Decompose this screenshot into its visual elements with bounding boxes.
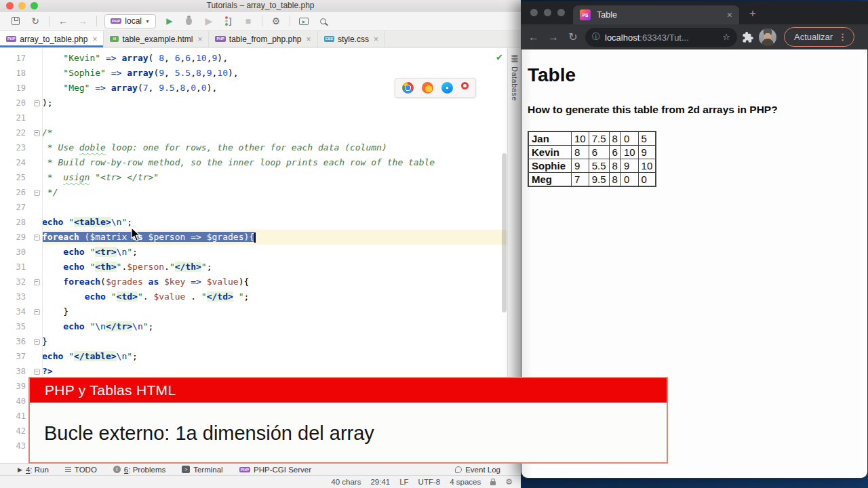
url-host: localhost bbox=[605, 33, 639, 43]
back-button[interactable]: ← bbox=[57, 15, 69, 27]
save-button[interactable] bbox=[9, 15, 22, 27]
browser-tab-title: Table bbox=[597, 10, 721, 20]
fold-marker-icon[interactable] bbox=[31, 230, 42, 245]
close-window-button[interactable] bbox=[530, 9, 538, 16]
text-selection: foreach ($matrix as $person => $grades){ bbox=[42, 232, 254, 242]
lock-icon[interactable] bbox=[490, 481, 496, 485]
grade-cell: 5 bbox=[638, 131, 656, 146]
fold-gutter bbox=[31, 81, 42, 96]
line-number: 35 bbox=[0, 319, 31, 334]
status-item[interactable]: 4 spaces bbox=[450, 478, 481, 486]
fold-marker-icon[interactable] bbox=[31, 96, 42, 110]
file-type-icon: CSS bbox=[324, 36, 334, 43]
stop-icon: ■ bbox=[245, 16, 251, 26]
status-item[interactable]: UTF-8 bbox=[418, 478, 441, 486]
run-config-dropdown[interactable]: PHP local ▼ bbox=[104, 14, 156, 28]
code-line-20: 20); bbox=[0, 96, 507, 110]
settings-wrench-button[interactable]: ⚙ bbox=[270, 15, 282, 27]
code-text: echo "\n</tr>\n"; bbox=[42, 319, 507, 334]
close-icon[interactable]: × bbox=[92, 35, 97, 44]
address-bar[interactable]: ⓘ localhost:63343/Tut... ☆ bbox=[585, 28, 737, 47]
close-icon[interactable]: × bbox=[727, 9, 732, 20]
todo-list-icon bbox=[65, 467, 71, 468]
status-item[interactable]: 40 chars bbox=[331, 478, 361, 486]
browser-back-button[interactable]: ← bbox=[526, 31, 541, 43]
grade-cell: 0 bbox=[620, 173, 638, 187]
php-icon: PHP bbox=[239, 467, 250, 472]
scrollbar-thumb[interactable] bbox=[502, 153, 507, 312]
reload-page-button[interactable]: Actualizar ⋮ bbox=[784, 27, 854, 47]
browser-reload-button[interactable]: ↻ bbox=[566, 30, 580, 43]
line-number: 24 bbox=[0, 155, 31, 170]
toolwindow-terminal[interactable]: >Terminal bbox=[182, 466, 222, 474]
run-console-button[interactable]: ▶ bbox=[298, 15, 310, 27]
firefox-icon[interactable] bbox=[422, 82, 433, 94]
code-line-30: 30 echo "<tr>\n"; bbox=[0, 245, 507, 260]
tab-array_to_table.php[interactable]: PHParray_to_table.php× bbox=[0, 31, 104, 47]
debug-button[interactable] bbox=[183, 15, 195, 27]
close-icon[interactable]: × bbox=[197, 35, 202, 44]
maximize-window-button[interactable] bbox=[557, 9, 565, 16]
tab-table_example.html[interactable]: Htable_example.html× bbox=[104, 31, 209, 47]
browser-tab[interactable]: PS Table × bbox=[573, 5, 739, 24]
fold-marker-icon[interactable] bbox=[31, 185, 42, 200]
fold-gutter bbox=[31, 155, 42, 170]
gear-icon[interactable]: ⚙ bbox=[505, 477, 513, 487]
caption-title: PHP y Tablas HTML bbox=[30, 378, 667, 403]
code-text: } bbox=[42, 334, 507, 349]
coverage-button[interactable]: ▶ bbox=[203, 15, 215, 27]
toolwindow-problems[interactable]: !6: Problems bbox=[113, 466, 165, 474]
site-info-icon[interactable]: ⓘ bbox=[592, 31, 600, 43]
opera-icon[interactable] bbox=[461, 82, 469, 89]
browser-menu-dots-icon[interactable]: ⋮ bbox=[838, 32, 847, 42]
code-line-27: 27 bbox=[0, 200, 507, 215]
status-item[interactable]: LF bbox=[399, 478, 408, 486]
close-icon[interactable]: × bbox=[374, 35, 378, 44]
toolwindow-run[interactable]: ▶4: Run bbox=[18, 466, 49, 474]
line-number: 32 bbox=[0, 274, 31, 289]
line-number: 31 bbox=[0, 260, 31, 274]
sync-button[interactable]: ↻ bbox=[29, 15, 41, 27]
line-number: 29 bbox=[0, 230, 31, 245]
event-log-button[interactable]: Event Log bbox=[455, 466, 500, 474]
traffic-dots-icon bbox=[225, 16, 228, 26]
run-button[interactable]: ▶ bbox=[163, 15, 176, 27]
bookmark-star-icon[interactable]: ☆ bbox=[722, 32, 730, 42]
line-number: 28 bbox=[0, 215, 31, 230]
grade-cell: 0 bbox=[620, 131, 638, 146]
toolwindow-label: TODO bbox=[75, 466, 97, 474]
profile-avatar[interactable] bbox=[759, 28, 776, 46]
search-everywhere-button[interactable] bbox=[317, 15, 330, 27]
fold-marker-icon[interactable] bbox=[31, 274, 42, 289]
fold-marker-icon[interactable] bbox=[31, 304, 42, 319]
forward-button[interactable]: → bbox=[77, 15, 89, 27]
fold-marker-icon[interactable] bbox=[31, 334, 42, 349]
status-item[interactable]: 29:41 bbox=[370, 478, 390, 486]
stop-button[interactable]: ■ bbox=[242, 15, 254, 27]
tab-style.css[interactable]: CSSstyle.css× bbox=[318, 31, 385, 47]
browser-picker-popup bbox=[395, 78, 476, 98]
row-header: Meg bbox=[528, 173, 572, 187]
text-caret bbox=[254, 232, 256, 243]
code-line-26: 26 */ bbox=[0, 185, 507, 200]
new-tab-button[interactable]: + bbox=[749, 7, 756, 19]
attach-debugger-button[interactable]: ] bbox=[222, 15, 235, 27]
code-text: "Kevin" => array( 8, 6,6,10,9), bbox=[42, 51, 507, 66]
event-log-label: Event Log bbox=[465, 466, 500, 474]
toolwindow-php-cgi-server[interactable]: PHPPHP-CGI Server bbox=[239, 466, 311, 474]
close-icon[interactable]: × bbox=[307, 35, 311, 44]
tab-table_from_php.php[interactable]: PHPtable_from_php.php× bbox=[209, 31, 317, 47]
chrome-icon[interactable] bbox=[402, 82, 414, 94]
line-number: 27 bbox=[0, 200, 31, 215]
fold-marker-icon[interactable] bbox=[31, 125, 42, 140]
extensions-puzzle-icon[interactable] bbox=[742, 31, 754, 43]
browser-forward-button[interactable]: → bbox=[546, 31, 561, 43]
page-question: How to generate this table from 2d array… bbox=[528, 104, 867, 116]
table-row: Jan107.5805 bbox=[528, 131, 656, 146]
fold-gutter bbox=[31, 260, 42, 274]
line-number: 36 bbox=[0, 334, 31, 349]
toolwindow-todo[interactable]: TODO bbox=[65, 466, 97, 474]
code-line-22: 22/* bbox=[0, 125, 507, 140]
minimize-window-button[interactable] bbox=[544, 9, 551, 16]
safari-icon[interactable] bbox=[441, 82, 453, 94]
